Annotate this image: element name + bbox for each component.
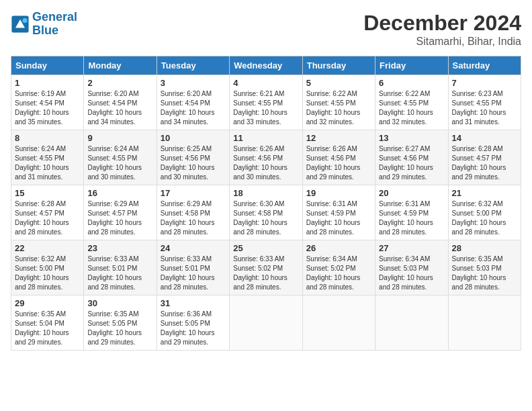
calendar-cell (302, 295, 375, 351)
weekday-header: Thursday (302, 56, 375, 75)
calendar-cell: 6Sunrise: 6:22 AM Sunset: 4:55 PM Daylig… (375, 75, 448, 130)
day-number: 31 (161, 298, 226, 308)
day-info: Sunrise: 6:35 AM Sunset: 5:04 PM Dayligh… (15, 310, 80, 347)
day-info: Sunrise: 6:22 AM Sunset: 4:55 PM Dayligh… (306, 89, 371, 127)
logo: General Blue (11, 11, 77, 38)
logo-icon (11, 15, 30, 34)
weekday-header-row: SundayMondayTuesdayWednesdayThursdayFrid… (11, 56, 521, 75)
day-number: 19 (306, 188, 371, 198)
calendar-cell: 29Sunrise: 6:35 AM Sunset: 5:04 PM Dayli… (11, 295, 84, 351)
calendar-cell: 17Sunrise: 6:29 AM Sunset: 4:58 PM Dayli… (157, 185, 229, 240)
calendar-cell: 3Sunrise: 6:20 AM Sunset: 4:54 PM Daylig… (157, 75, 229, 130)
day-number: 17 (161, 188, 226, 198)
calendar-cell: 12Sunrise: 6:26 AM Sunset: 4:56 PM Dayli… (302, 130, 375, 185)
weekday-header: Monday (84, 56, 157, 75)
day-info: Sunrise: 6:22 AM Sunset: 4:55 PM Dayligh… (379, 89, 444, 127)
page-header: General Blue December 2024 Sitamarhi, Bi… (11, 11, 521, 48)
calendar-cell (448, 295, 521, 351)
day-info: Sunrise: 6:31 AM Sunset: 4:59 PM Dayligh… (306, 199, 371, 237)
calendar-cell: 4Sunrise: 6:21 AM Sunset: 4:55 PM Daylig… (230, 75, 302, 130)
calendar-cell: 9Sunrise: 6:24 AM Sunset: 4:55 PM Daylig… (84, 130, 157, 185)
weekday-header: Friday (375, 56, 448, 75)
calendar-cell: 16Sunrise: 6:29 AM Sunset: 4:57 PM Dayli… (84, 185, 157, 240)
day-info: Sunrise: 6:26 AM Sunset: 4:56 PM Dayligh… (306, 144, 371, 182)
weekday-header: Sunday (11, 56, 84, 75)
calendar-cell: 26Sunrise: 6:34 AM Sunset: 5:02 PM Dayli… (302, 240, 375, 295)
calendar-week-row: 1Sunrise: 6:19 AM Sunset: 4:54 PM Daylig… (11, 75, 521, 130)
day-info: Sunrise: 6:20 AM Sunset: 4:54 PM Dayligh… (161, 89, 226, 127)
calendar-cell: 24Sunrise: 6:33 AM Sunset: 5:01 PM Dayli… (157, 240, 229, 295)
calendar-cell: 10Sunrise: 6:25 AM Sunset: 4:56 PM Dayli… (157, 130, 229, 185)
calendar-week-row: 29Sunrise: 6:35 AM Sunset: 5:04 PM Dayli… (11, 295, 521, 351)
day-info: Sunrise: 6:31 AM Sunset: 4:59 PM Dayligh… (379, 199, 444, 237)
day-number: 12 (306, 133, 371, 143)
day-info: Sunrise: 6:32 AM Sunset: 5:00 PM Dayligh… (452, 199, 517, 237)
calendar-cell: 2Sunrise: 6:20 AM Sunset: 4:54 PM Daylig… (84, 75, 157, 130)
day-info: Sunrise: 6:29 AM Sunset: 4:58 PM Dayligh… (161, 199, 226, 237)
day-info: Sunrise: 6:33 AM Sunset: 5:01 PM Dayligh… (161, 255, 226, 292)
calendar-cell: 30Sunrise: 6:35 AM Sunset: 5:05 PM Dayli… (84, 295, 157, 351)
day-number: 5 (306, 78, 371, 88)
day-number: 3 (161, 78, 226, 88)
day-info: Sunrise: 6:25 AM Sunset: 4:56 PM Dayligh… (161, 144, 226, 182)
title-block: December 2024 Sitamarhi, Bihar, India (363, 11, 521, 48)
calendar-cell: 7Sunrise: 6:23 AM Sunset: 4:55 PM Daylig… (448, 75, 521, 130)
calendar-cell: 18Sunrise: 6:30 AM Sunset: 4:58 PM Dayli… (230, 185, 302, 240)
day-info: Sunrise: 6:36 AM Sunset: 5:05 PM Dayligh… (161, 310, 226, 347)
calendar-cell (230, 295, 302, 351)
day-info: Sunrise: 6:28 AM Sunset: 4:57 PM Dayligh… (452, 144, 517, 182)
day-info: Sunrise: 6:26 AM Sunset: 4:56 PM Dayligh… (233, 144, 298, 182)
day-number: 11 (233, 133, 298, 143)
day-number: 18 (233, 188, 298, 198)
calendar-cell: 14Sunrise: 6:28 AM Sunset: 4:57 PM Dayli… (448, 130, 521, 185)
calendar-cell: 1Sunrise: 6:19 AM Sunset: 4:54 PM Daylig… (11, 75, 84, 130)
day-number: 14 (452, 133, 517, 143)
weekday-header: Wednesday (230, 56, 302, 75)
day-number: 8 (15, 133, 80, 143)
day-info: Sunrise: 6:24 AM Sunset: 4:55 PM Dayligh… (15, 144, 80, 182)
calendar-cell: 5Sunrise: 6:22 AM Sunset: 4:55 PM Daylig… (302, 75, 375, 130)
day-info: Sunrise: 6:32 AM Sunset: 5:00 PM Dayligh… (15, 255, 80, 292)
day-info: Sunrise: 6:35 AM Sunset: 5:03 PM Dayligh… (452, 255, 517, 292)
day-info: Sunrise: 6:33 AM Sunset: 5:01 PM Dayligh… (87, 255, 152, 292)
day-number: 2 (87, 78, 152, 88)
calendar-cell: 25Sunrise: 6:33 AM Sunset: 5:02 PM Dayli… (230, 240, 302, 295)
calendar-cell: 13Sunrise: 6:27 AM Sunset: 4:56 PM Dayli… (375, 130, 448, 185)
calendar-week-row: 15Sunrise: 6:28 AM Sunset: 4:57 PM Dayli… (11, 185, 521, 240)
calendar-cell: 15Sunrise: 6:28 AM Sunset: 4:57 PM Dayli… (11, 185, 84, 240)
day-number: 26 (306, 243, 371, 253)
day-info: Sunrise: 6:23 AM Sunset: 4:55 PM Dayligh… (452, 89, 517, 127)
calendar-cell: 23Sunrise: 6:33 AM Sunset: 5:01 PM Dayli… (84, 240, 157, 295)
calendar-table: SundayMondayTuesdayWednesdayThursdayFrid… (11, 56, 521, 351)
month-year: December 2024 (363, 11, 521, 36)
calendar-week-row: 8Sunrise: 6:24 AM Sunset: 4:55 PM Daylig… (11, 130, 521, 185)
logo-text: General Blue (32, 11, 77, 38)
calendar-cell: 27Sunrise: 6:34 AM Sunset: 5:03 PM Dayli… (375, 240, 448, 295)
day-number: 15 (15, 188, 80, 198)
calendar-cell: 8Sunrise: 6:24 AM Sunset: 4:55 PM Daylig… (11, 130, 84, 185)
day-number: 24 (161, 243, 226, 253)
svg-point-2 (23, 18, 28, 23)
weekday-header: Saturday (448, 56, 521, 75)
calendar-week-row: 22Sunrise: 6:32 AM Sunset: 5:00 PM Dayli… (11, 240, 521, 295)
calendar-cell: 31Sunrise: 6:36 AM Sunset: 5:05 PM Dayli… (157, 295, 229, 351)
calendar-cell: 11Sunrise: 6:26 AM Sunset: 4:56 PM Dayli… (230, 130, 302, 185)
day-number: 10 (161, 133, 226, 143)
day-number: 6 (379, 78, 444, 88)
weekday-header: Tuesday (157, 56, 229, 75)
location: Sitamarhi, Bihar, India (363, 36, 521, 48)
day-info: Sunrise: 6:35 AM Sunset: 5:05 PM Dayligh… (87, 310, 152, 347)
calendar-cell (375, 295, 448, 351)
day-info: Sunrise: 6:30 AM Sunset: 4:58 PM Dayligh… (233, 199, 298, 237)
calendar-cell: 21Sunrise: 6:32 AM Sunset: 5:00 PM Dayli… (448, 185, 521, 240)
logo-line2: Blue (32, 24, 58, 37)
calendar-cell: 19Sunrise: 6:31 AM Sunset: 4:59 PM Dayli… (302, 185, 375, 240)
day-number: 27 (379, 243, 444, 253)
day-info: Sunrise: 6:28 AM Sunset: 4:57 PM Dayligh… (15, 199, 80, 237)
day-number: 16 (87, 188, 152, 198)
day-number: 22 (15, 243, 80, 253)
calendar-cell: 20Sunrise: 6:31 AM Sunset: 4:59 PM Dayli… (375, 185, 448, 240)
day-number: 25 (233, 243, 298, 253)
logo-line1: General (32, 10, 77, 24)
day-number: 1 (15, 78, 80, 88)
